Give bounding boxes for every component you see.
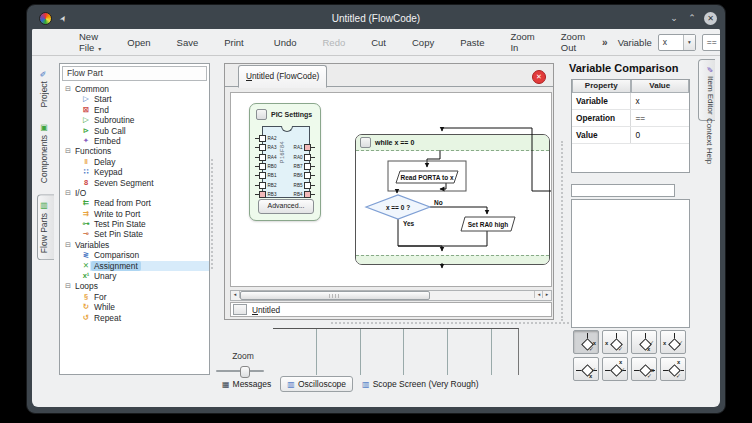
pin-rb5[interactable]: RB5	[292, 182, 315, 188]
paste-button[interactable]: Paste	[447, 37, 497, 48]
open-button[interactable]: Open	[114, 37, 163, 48]
macro-bar[interactable]: Untitled	[230, 302, 552, 317]
zoom-slider[interactable]	[216, 366, 264, 376]
pin-ra2[interactable]: RA2	[255, 135, 278, 141]
property-value[interactable]: ==	[631, 110, 690, 126]
maximize-button[interactable]: ⌃	[686, 13, 698, 23]
tab-oscilloscope[interactable]: ▥Oscilloscope	[280, 376, 353, 392]
pin-ra4[interactable]: RA4	[255, 154, 278, 160]
tree-item-comparison[interactable]: ≷Comparison	[60, 250, 209, 260]
pin-rb2[interactable]: RB2	[255, 182, 278, 188]
tree-group-functions[interactable]: ⊟Functions	[60, 146, 209, 156]
tab-flow-parts[interactable]: Flow Parts▤	[37, 194, 54, 260]
expander-icon[interactable]: ⊟	[65, 240, 71, 250]
loop-collapse-button[interactable]	[360, 137, 371, 148]
pin-rb6[interactable]: RB6	[292, 172, 315, 178]
pic-collapse-button[interactable]	[256, 109, 267, 120]
zoom-out-button[interactable]: Zoom Out	[548, 31, 598, 53]
scroll-left-icon[interactable]: ◂	[231, 291, 240, 298]
advanced-button[interactable]: Advanced...	[258, 199, 314, 214]
pic-settings-block[interactable]: PIC Settings P16F84 RA2 RA3 RA4 RB0 RB1 …	[249, 103, 321, 221]
save-button[interactable]: Save	[164, 37, 212, 48]
column-header-property[interactable]: Property	[572, 80, 631, 93]
scrollbar-thumb[interactable]	[240, 291, 430, 300]
undo-button[interactable]: Undo	[261, 37, 310, 48]
tree-item-repeat[interactable]: ↺Repeat	[60, 313, 209, 323]
column-header-value[interactable]: Value	[631, 80, 690, 93]
pin-rb4[interactable]: RB4	[292, 191, 315, 197]
decision-style-6-button[interactable]: x✓	[602, 357, 628, 381]
tree-item-delay[interactable]: ‖Delay	[60, 157, 209, 167]
tree-group-common[interactable]: ⊟Common	[60, 84, 209, 94]
decision-style-5-button[interactable]: ✓x	[573, 357, 599, 381]
tree-item-embed[interactable]: ✦Embed	[60, 136, 209, 146]
close-button[interactable]: ✕	[704, 12, 717, 25]
pin-ra0[interactable]: RA0	[292, 154, 315, 160]
tab-scope-screen[interactable]: ▥Scope Screen (Very Rough)	[359, 377, 481, 391]
expander-icon[interactable]: ⊟	[65, 84, 71, 94]
new-file-button[interactable]: New File▾	[66, 31, 114, 53]
decision-style-3-button[interactable]: ✓x	[631, 330, 657, 354]
tree-item-end[interactable]: ⊠End	[60, 105, 209, 115]
expression-input[interactable]	[571, 184, 675, 197]
tree-item-start[interactable]: ▷Start	[60, 94, 209, 104]
print-button[interactable]: Print	[211, 37, 257, 48]
pin-ra3[interactable]: RA3	[255, 144, 278, 150]
tab-project[interactable]: Project✎	[38, 63, 54, 113]
tab-context-help[interactable]: Context Help	[698, 118, 714, 164]
tree-group-variables[interactable]: ⊟Variables	[60, 240, 209, 250]
toolbar-overflow-icon[interactable]: »	[602, 37, 608, 48]
pin-ra1[interactable]: RA1	[292, 144, 315, 150]
cut-button[interactable]: Cut	[358, 37, 399, 48]
expander-icon[interactable]: ⊟	[65, 146, 71, 156]
property-value[interactable]: x	[631, 93, 690, 109]
tree-item-while[interactable]: ↻While	[60, 302, 209, 312]
while-loop-block[interactable]: while x == 0	[355, 134, 550, 265]
tree-item-keypad[interactable]: ∷Keypad	[60, 167, 209, 177]
tree-group-loops[interactable]: ⊟Loops	[60, 281, 209, 291]
tab-item-editor[interactable]: ✐Item Editor	[698, 59, 715, 121]
decision-style-8-button[interactable]: x✓	[660, 357, 686, 381]
horizontal-scrollbar[interactable]: ◂ ◂ ▸	[230, 290, 552, 301]
tree-item-test-pin-state[interactable]: ⊶Test Pin State	[60, 219, 209, 229]
tree-item-unary[interactable]: x¹Unary	[60, 271, 209, 281]
while-loop-header[interactable]: while x == 0	[356, 135, 549, 151]
pin-rb1[interactable]: RB1	[255, 172, 278, 178]
expander-icon[interactable]: ⊟	[65, 281, 71, 291]
pin-rb0[interactable]: RB0	[255, 163, 278, 169]
tree-item-subroutine[interactable]: ▷Subroutine	[60, 115, 209, 125]
property-value[interactable]: 0	[631, 127, 690, 143]
tree-item-assignment[interactable]: ✕Assignment	[60, 261, 209, 271]
tab-components[interactable]: Components▣	[38, 117, 54, 189]
titlebar[interactable]: ➤ Untitled (FlowCode) ⌄ ⌃ ✕	[33, 8, 719, 28]
tree-item-read-from-port[interactable]: ⇇Read from Port	[60, 198, 209, 208]
document-tab[interactable]: Untitled (FlowCode)	[238, 65, 327, 88]
chevron-down-icon[interactable]: ▾	[683, 35, 695, 50]
copy-button[interactable]: Copy	[399, 37, 447, 48]
decision-style-4-button[interactable]: x✓	[660, 330, 686, 354]
pin-rb7[interactable]: RB7	[292, 163, 315, 169]
minimize-button[interactable]: ⌄	[668, 13, 680, 23]
variable-combobox[interactable]: x ▾	[658, 34, 696, 51]
flowchart-canvas[interactable]: PIC Settings P16F84 RA2 RA3 RA4 RB0 RB1 …	[230, 92, 552, 287]
decision-style-1-button[interactable]: x✓	[573, 330, 599, 354]
tree-item-sub-call[interactable]: ⊳Sub Call	[60, 126, 209, 136]
tree-group-io[interactable]: ⊟I/O	[60, 188, 209, 198]
tree-item-write-to-port[interactable]: ⇉Write to Port	[60, 209, 209, 219]
scroll-right-icon[interactable]: ▸	[542, 291, 551, 298]
decision-style-7-button[interactable]: x✓	[631, 357, 657, 381]
tree-item-for[interactable]: §For	[60, 292, 209, 302]
preview-listbox[interactable]	[571, 199, 690, 328]
close-document-icon[interactable]: ✕	[532, 70, 546, 84]
expander-icon[interactable]: ⊟	[65, 188, 71, 198]
right-splitter[interactable]	[561, 141, 565, 321]
pin-rb3[interactable]: RB3	[255, 191, 278, 197]
macro-expand-button[interactable]	[233, 304, 247, 315]
decision-style-2-button[interactable]: x✓	[602, 330, 628, 354]
tab-messages[interactable]: ▦Messages	[219, 377, 274, 391]
operation-combobox[interactable]: == ▾	[702, 34, 720, 51]
tree-item-set-pin-state[interactable]: ⊸Set Pin State	[60, 229, 209, 239]
left-splitter[interactable]	[211, 159, 215, 269]
tree-item-seven-segment[interactable]: 8Seven Segment	[60, 178, 209, 188]
zoom-in-button[interactable]: Zoom In	[497, 31, 547, 53]
